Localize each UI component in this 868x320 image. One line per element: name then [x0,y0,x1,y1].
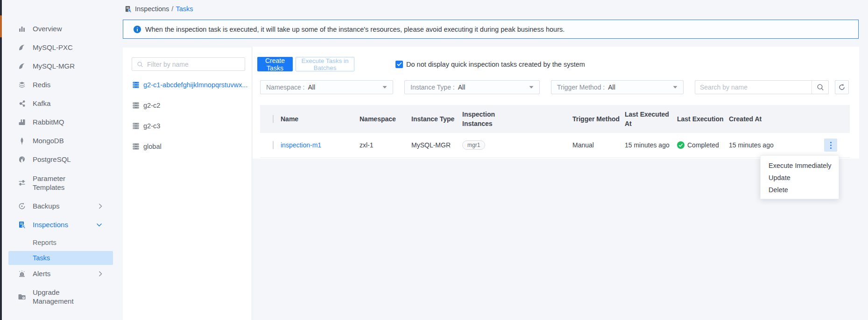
sidebar-item-label: Parameter Templates [33,174,90,192]
cell-last-executed-at: 15 minutes ago [625,141,677,149]
sidebar-item-label: MongoDB [33,136,90,146]
hide-quick-tasks-checkbox-wrap[interactable]: Do not display quick inspection tasks cr… [395,61,585,68]
create-tasks-button[interactable]: Create Tasks [257,57,293,71]
search-button[interactable] [812,81,828,94]
breadcrumb-separator: / [171,5,173,13]
breadcrumb: Inspections / Tasks [125,4,193,14]
row-checkbox[interactable] [273,141,274,149]
row-actions-menu: Execute Immediately Update Delete [760,155,839,199]
menu-item-delete[interactable]: Delete [761,184,839,196]
table-header: Name Namespace Instance Type Inspection … [260,105,850,133]
sidebar-item-label: MySQL-MGR [33,62,90,71]
filter-value: All [458,83,466,91]
execute-batches-button[interactable]: Execute Tasks in Batches [296,57,354,71]
column-header-inspection-instances: Inspection Instances [462,110,505,129]
sliders-icon [18,179,26,187]
sidebar-item-tasks[interactable]: Tasks [8,251,113,265]
chevron-down-icon [529,86,534,89]
sidebar-item-label: Kafka [33,99,90,108]
search-input[interactable] [695,83,812,91]
breadcrumb-section[interactable]: Inspections [135,5,169,13]
instance-item-g2-c1[interactable]: g2-c1-abcdefghijklmnopqrstuvwx... [123,75,252,95]
menu-item-update[interactable]: Update [761,172,839,184]
sidebar-item-label: Alerts [33,269,90,278]
chevron-right-icon [99,203,102,209]
instance-item-label: g2-c2 [143,102,160,109]
table-row: inspection-m1 zxl-1 MySQL-MGR mgr1 Manua… [260,133,850,158]
sidebar-item-label: MySQL-PXC [33,43,90,52]
sidebar-item-overview[interactable]: Overview [2,20,123,38]
checkbox-label: Do not display quick inspection tasks cr… [406,61,585,68]
refresh-icon [838,83,846,91]
chevron-right-icon [99,271,102,277]
instance-tag: mgr1 [462,140,485,150]
column-header-last-execution: Last Execution [677,114,729,124]
sidebar-item-label: RabbitMQ [33,118,90,127]
filter-label: Trigger Method : [557,83,605,91]
info-icon [134,26,141,33]
elephant-icon [18,156,26,163]
server-icon [132,122,140,130]
column-header-namespace: Namespace [360,114,411,124]
column-header-name: Name [281,114,360,124]
rabbitmq-icon [18,118,26,126]
sidebar-item-reports[interactable]: Reports [2,234,123,251]
instance-item-label: g2-c1-abcdefghijklmnopqrstuvwx... [143,81,247,89]
trigger-method-filter[interactable]: Trigger Method : All [551,80,684,94]
more-vertical-icon [830,142,832,143]
filters-row: Namespace : All Instance Type : All Trig… [253,80,859,94]
sidebar-item-mongodb[interactable]: MongoDB [2,132,123,150]
tasks-panel: Create Tasks Execute Tasks in Batches Do… [253,47,859,159]
server-icon [132,102,140,109]
nodes-icon [18,100,26,107]
chevron-down-icon [96,223,102,227]
sidebar-item-inspections[interactable]: Inspections [2,216,123,234]
instance-type-filter[interactable]: Instance Type : All [404,80,540,94]
filter-input[interactable] [147,61,236,68]
menu-item-execute-immediately[interactable]: Execute Immediately [761,160,839,172]
namespace-filter[interactable]: Namespace : All [260,80,393,94]
select-all-checkbox[interactable] [273,115,274,123]
sidebar-item-kafka[interactable]: Kafka [2,94,123,113]
sidebar-subitem-label: Reports [33,239,56,246]
sidebar-item-alerts[interactable]: Alerts [2,265,123,283]
column-header-instance-type: Instance Type [411,114,462,124]
column-header-trigger-method: Trigger Method [572,114,625,124]
filter-value: All [308,83,315,91]
instance-item-g2-c2[interactable]: g2-c2 [123,95,252,116]
search-by-name-box [695,80,829,94]
sidebar-item-label: Upgrade Management [33,288,90,306]
info-banner: When the inspection task is executed, it… [123,20,859,39]
status-text: Completed [687,141,719,149]
refresh-button[interactable] [835,80,849,94]
sidebar-item-redis[interactable]: Redis [2,76,123,94]
inspection-icon [125,6,132,13]
dolphin-icon [18,63,26,70]
breadcrumb-current[interactable]: Tasks [176,5,193,13]
sidebar-item-mysql-pxc[interactable]: MySQL-PXC [2,38,123,57]
chevron-down-icon [673,86,677,89]
status-badge: Completed [677,141,729,149]
cell-trigger-method: Manual [572,141,625,149]
filter-value: All [608,83,615,91]
sidebar-item-mysql-mgr[interactable]: MySQL-MGR [2,57,123,76]
filter-by-name-input[interactable] [132,57,245,71]
sidebar-item-label: Overview [33,24,90,34]
row-actions-button[interactable] [824,139,837,152]
folder-gear-icon [18,293,26,300]
sidebar-item-upgrade-management[interactable]: Upgrade Management [2,283,123,311]
search-icon [137,61,143,68]
instance-item-label: g2-c3 [143,122,160,130]
task-name-link[interactable]: inspection-m1 [281,141,321,149]
instance-item-global[interactable]: global [123,136,252,157]
checked-checkbox[interactable] [395,61,403,68]
dolphin-icon [18,44,26,51]
leaf-icon [18,137,26,145]
sidebar-item-rabbitmq[interactable]: RabbitMQ [2,113,123,132]
instance-item-g2-c3[interactable]: g2-c3 [123,116,252,136]
sidebar-item-parameter-templates[interactable]: Parameter Templates [2,169,123,197]
inspection-icon [18,221,26,229]
page: Overview MySQL-PXC MySQL-MGR Redis Kafka… [0,0,868,320]
sidebar-item-postgresql[interactable]: PostgreSQL [2,150,123,169]
sidebar-item-backups[interactable]: Backups [2,197,123,216]
